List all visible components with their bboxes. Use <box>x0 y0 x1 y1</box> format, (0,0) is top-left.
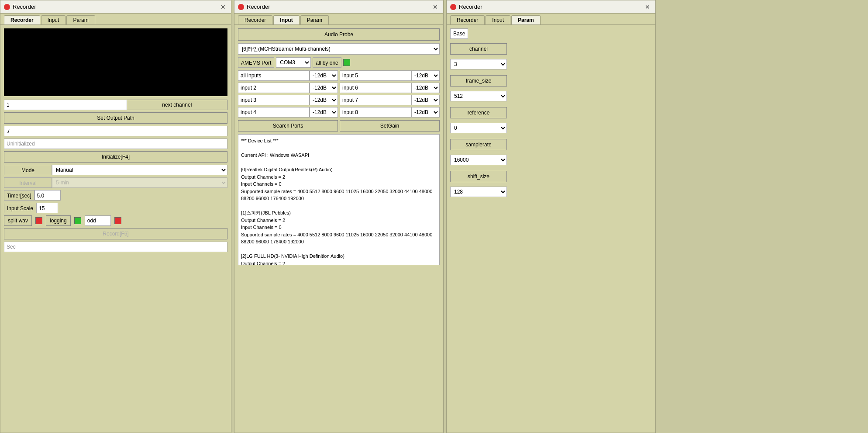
set-output-path-button[interactable]: Set Output Path <box>4 112 227 124</box>
input-8-db[interactable]: -12dB <box>411 107 440 118</box>
controls-row: split wav logging <box>4 215 227 226</box>
device-select-row: [6]라인(MCHStreamer Multi-channels) <box>238 43 440 55</box>
recorder-icon-3 <box>450 4 456 10</box>
path-input[interactable] <box>4 126 227 136</box>
channel-param-row: channel <box>450 43 652 57</box>
odd-indicator <box>114 217 121 224</box>
scale-row: Input Scale 15 <box>4 203 227 213</box>
input-8-name[interactable] <box>340 107 411 118</box>
tab-input-2[interactable]: Input <box>273 15 299 24</box>
reference-select[interactable]: 0 <box>450 123 507 133</box>
samplerate-button[interactable]: samplerate <box>450 139 507 150</box>
samplerate-select-row: 16000 <box>450 155 652 167</box>
channel-input[interactable] <box>4 100 127 110</box>
input-6-name[interactable] <box>340 83 411 93</box>
device-list[interactable]: *** Device List *** Current API : Window… <box>238 134 440 265</box>
input-8-row: -12dB <box>340 107 440 118</box>
window-recorder-2: Recorder ✕ Recorder Input Param Audio Pr… <box>234 0 444 433</box>
window-recorder-3: Recorder ✕ Recorder Input Param Base cha… <box>446 0 656 433</box>
logging-indicator <box>74 217 81 224</box>
frame-size-button[interactable]: frame_size <box>450 75 507 87</box>
input-2-name[interactable] <box>238 83 310 93</box>
input-2-db[interactable]: -12dB <box>310 83 338 93</box>
all-by-one-button[interactable]: all by one <box>313 57 341 68</box>
input-4-db[interactable]: -12dB <box>310 107 338 118</box>
channel-select-row: 3 <box>450 59 652 72</box>
com-select[interactable]: COM3 <box>276 57 311 68</box>
next-channel-button[interactable]: next channel <box>127 100 227 110</box>
input-all-inputs-row: -12dB <box>238 70 338 81</box>
tabs-3: Recorder Input Param <box>447 14 655 25</box>
input-7-db[interactable]: -12dB <box>411 95 440 105</box>
tab-input-1[interactable]: Input <box>41 15 66 24</box>
input-5-name[interactable] <box>340 70 411 81</box>
content-3: Base channel 3 frame_size 512 reference … <box>447 25 655 433</box>
input-6-row: -12dB <box>340 83 440 93</box>
channel-param-button[interactable]: channel <box>450 43 507 55</box>
input-3-name[interactable] <box>238 95 310 105</box>
timer-value: 5.0 <box>34 190 61 201</box>
amems-port-label: AMEMS Port <box>238 57 274 68</box>
close-button-2[interactable]: ✕ <box>431 3 440 11</box>
input-2-row: -12dB <box>238 83 338 93</box>
interval-label: Interval <box>4 177 52 188</box>
interval-select[interactable]: 5-min <box>52 177 227 188</box>
frame-size-param-row: frame_size <box>450 75 652 89</box>
split-wav-button[interactable]: split wav <box>4 215 32 226</box>
input-grid: -12dB -12dB -12dB -12dB <box>238 70 440 118</box>
frame-size-select-row: 512 <box>450 91 652 104</box>
input-7-row: -12dB <box>340 95 440 105</box>
input-6-db[interactable]: -12dB <box>411 83 440 93</box>
search-ports-button[interactable]: Search Ports <box>238 120 338 132</box>
all-by-one-indicator <box>343 59 350 66</box>
input-all-inputs-db[interactable]: -12dB <box>310 70 338 81</box>
reference-param-row: reference <box>450 107 652 121</box>
input-5-db[interactable]: -12dB <box>411 70 440 81</box>
input-all-inputs-name[interactable] <box>238 70 310 81</box>
title-bar-3: Recorder ✕ <box>447 0 655 14</box>
set-gain-button[interactable]: SetGain <box>340 120 440 132</box>
tab-recorder-1[interactable]: Recorder <box>4 15 40 24</box>
tab-param-3[interactable]: Param <box>511 15 541 24</box>
content-2: Audio Probe [6]라인(MCHStreamer Multi-chan… <box>234 25 443 433</box>
device-select[interactable]: [6]라인(MCHStreamer Multi-channels) <box>238 43 440 55</box>
initialize-button[interactable]: Initialize[F4] <box>4 151 227 163</box>
input-7-name[interactable] <box>340 95 411 105</box>
input-4-row: -12dB <box>238 107 338 118</box>
amems-row: AMEMS Port COM3 all by one <box>238 57 440 68</box>
tab-recorder-3[interactable]: Recorder <box>450 15 485 24</box>
frame-size-select[interactable]: 512 <box>450 91 507 101</box>
close-button-3[interactable]: ✕ <box>643 3 652 11</box>
title-text-1: Recorder <box>13 3 219 10</box>
recorder-icon-1 <box>4 4 10 10</box>
tab-recorder-2[interactable]: Recorder <box>238 15 272 24</box>
input-3-db[interactable]: -12dB <box>310 95 338 105</box>
mode-select[interactable]: Manual <box>52 165 227 175</box>
logging-button[interactable]: logging <box>46 215 71 226</box>
input-5-row: -12dB <box>340 70 440 81</box>
channel-select[interactable]: 3 <box>450 59 507 69</box>
odd-input[interactable] <box>85 215 111 226</box>
input-4-name[interactable] <box>238 107 310 118</box>
channel-row: next channel <box>4 100 227 110</box>
tab-param-1[interactable]: Param <box>66 15 95 24</box>
title-bar-1: Recorder ✕ <box>0 0 231 14</box>
tabs-1: Recorder Input Param <box>0 14 231 25</box>
split-wav-indicator <box>35 217 42 224</box>
base-label: Base <box>450 28 468 39</box>
recorder-icon-2 <box>238 4 244 10</box>
close-button-1[interactable]: ✕ <box>219 3 227 11</box>
window-recorder-1: Recorder ✕ Recorder Input Param next cha… <box>0 0 231 433</box>
video-preview <box>4 28 227 96</box>
record-button[interactable]: Record[F6] <box>4 228 227 239</box>
samplerate-select[interactable]: 16000 <box>450 155 507 165</box>
shift-size-select[interactable]: 128 <box>450 187 507 197</box>
title-text-3: Recorder <box>459 3 643 10</box>
audio-probe-button[interactable]: Audio Probe <box>238 28 440 41</box>
tab-input-3[interactable]: Input <box>486 15 510 24</box>
shift-size-button[interactable]: shift_size <box>450 171 507 182</box>
mode-label: Mode <box>4 165 52 175</box>
shift-size-param-row: shift_size <box>450 171 652 184</box>
tab-param-2[interactable]: Param <box>300 15 329 24</box>
reference-button[interactable]: reference <box>450 107 507 118</box>
